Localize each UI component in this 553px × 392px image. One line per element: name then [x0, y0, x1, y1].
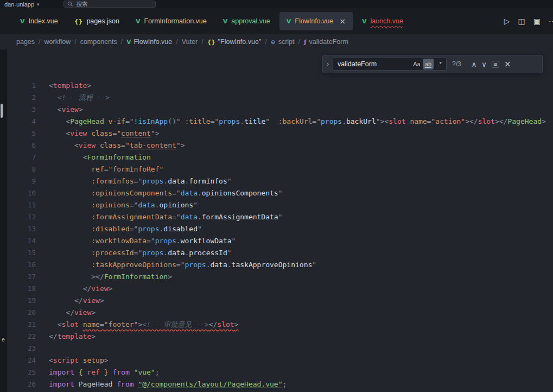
code-text: </template> [49, 331, 96, 343]
tab-FormInformation.vue[interactable]: VFormInformation.vue [129, 12, 214, 30]
code-token: <!-- 流程 --> [58, 93, 110, 102]
code-token: =" [172, 189, 181, 197]
layout-icon[interactable]: ▣ [533, 17, 541, 26]
find-input[interactable] [338, 60, 411, 68]
breadcrumb-separator: / [201, 38, 203, 46]
code-token: formAssignmentData [202, 213, 278, 221]
code-token: . [176, 237, 181, 245]
close-icon[interactable]: × [339, 17, 346, 26]
split-editor-icon[interactable]: ◫ [518, 17, 525, 26]
editor-pane[interactable]: e 1<template>2 <!-- 流程 -->3 <view>4 <Pag… [0, 49, 553, 392]
line-number: 14 [7, 235, 49, 247]
code-token: formInfos [189, 177, 227, 185]
code-line: 23 [7, 343, 553, 355]
project-name: dan-uniapp [4, 1, 34, 8]
tab-label: FlowInfo.vue [295, 17, 333, 25]
code-token: "formInfoRef" [109, 165, 164, 173]
breadcrumb-item-script[interactable]: ⊙script [271, 38, 295, 46]
more-actions-icon[interactable]: ⋯ [549, 17, 553, 26]
breadcrumb-separator: / [298, 38, 300, 46]
find-expand-icon[interactable]: › [323, 60, 333, 68]
line-number: 16 [7, 259, 49, 271]
find-next-button[interactable]: ∨ [481, 60, 487, 68]
code-token: data [210, 261, 227, 269]
title-bar: dan-uniapp ▾ 搜索 [0, 0, 553, 8]
match-case-button[interactable]: Aa [411, 59, 422, 69]
line-number: 7 [7, 151, 49, 163]
code-line: 11 :opinions="data.opinions" [7, 199, 553, 211]
code-token: > [104, 356, 109, 364]
breadcrumb-item-FlowInfo.vue[interactable]: {}"FlowInfo.vue" [207, 38, 262, 46]
tab-label: FormInformation.vue [144, 17, 206, 25]
code-token: FormInformation [87, 153, 150, 161]
find-close-icon[interactable]: × [504, 59, 511, 69]
tab-bar: VIndex.vue{}pages.jsonVFormInformation.v… [0, 8, 553, 34]
code-line: 2 <!-- 流程 --> [7, 92, 553, 104]
code-text: <!-- 流程 --> [49, 92, 110, 104]
find-in-selection-button[interactable]: ≡ [492, 61, 499, 68]
code-token: > [234, 320, 239, 328]
code-token [49, 189, 91, 197]
code-line: 19 </view> [7, 295, 553, 307]
code-token: props [155, 237, 176, 245]
code-token: > [542, 117, 546, 125]
code-token: class [100, 141, 121, 149]
code-token: = [125, 117, 130, 125]
code-line: 12 :formAssignmentData="data.formAssignm… [7, 211, 553, 223]
code-token: view [74, 308, 91, 317]
code-token: = [104, 165, 109, 173]
code-text: import PageHead from "@/components/layou… [49, 378, 287, 390]
breadcrumb-separator: / [176, 38, 177, 46]
code-lines[interactable]: 1<template>2 <!-- 流程 -->3 <view>4 <PageH… [7, 49, 553, 392]
breadcrumb-item-Vuter[interactable]: Vuter [182, 38, 198, 46]
code-token: class [91, 129, 112, 137]
run-icon[interactable]: ▷ [504, 17, 510, 26]
tab-pages.json[interactable]: {}pages.json [67, 12, 126, 30]
tab-launch.vue[interactable]: Vlaunch.vue [355, 12, 410, 30]
code-text: </view> [49, 283, 112, 295]
breadcrumb-item-pages[interactable]: pages [16, 38, 35, 46]
tab-approval.vue[interactable]: Vapproval.vue [216, 12, 277, 30]
tab-label: Index.vue [29, 17, 58, 25]
breadcrumb-item-validateForm[interactable]: ƒvalidateForm [304, 38, 348, 46]
code-token: :processId [91, 249, 134, 257]
breadcrumb-label: script [278, 38, 295, 46]
code-token: props [142, 177, 163, 185]
code-token: " [176, 117, 181, 125]
code-token [74, 368, 79, 376]
code-token: = [100, 320, 104, 328]
code-token: :workflowData [91, 237, 147, 245]
code-token: "vue" [134, 368, 155, 376]
tab-Index.vue[interactable]: VIndex.vue [13, 12, 65, 30]
code-token: " [232, 237, 236, 245]
code-token: . [163, 249, 168, 257]
breadcrumb-label: workflow [45, 38, 71, 46]
whole-word-button[interactable]: ab [423, 59, 434, 69]
line-number: 10 [7, 187, 49, 199]
code-token: props [138, 225, 159, 233]
regex-button[interactable]: .* [434, 59, 445, 69]
line-number: 20 [7, 307, 49, 319]
code-line: 18 </view> [7, 283, 553, 295]
command-center-search[interactable]: 搜索 [63, 1, 156, 8]
code-token: slot [478, 117, 495, 125]
line-number: 5 [7, 128, 49, 140]
code-line: 5 <view class="content"> [7, 128, 553, 140]
find-prev-button[interactable]: ∧ [472, 60, 477, 68]
code-token: workflowData [181, 237, 232, 245]
code-token [181, 117, 185, 125]
code-token: " [151, 129, 155, 137]
code-token: =" [176, 261, 185, 269]
tab-FlowInfo.vue[interactable]: VFlowInfo.vue× [279, 12, 353, 30]
code-token: " [265, 117, 270, 125]
breadcrumb-item-FlowInfo.vue[interactable]: VFlowInfo.vue [126, 38, 172, 46]
code-token: slot [61, 320, 78, 328]
project-title[interactable]: dan-uniapp ▾ [4, 1, 40, 8]
breadcrumb-item-workflow[interactable]: workflow [45, 38, 71, 46]
code-token: tab-content [130, 141, 176, 149]
breadcrumb-separator: / [121, 38, 123, 46]
code-text: <script setup> [49, 355, 109, 366]
line-number: 18 [7, 283, 49, 295]
code-token: =" [130, 201, 138, 209]
breadcrumb-item-components[interactable]: components [80, 38, 117, 46]
